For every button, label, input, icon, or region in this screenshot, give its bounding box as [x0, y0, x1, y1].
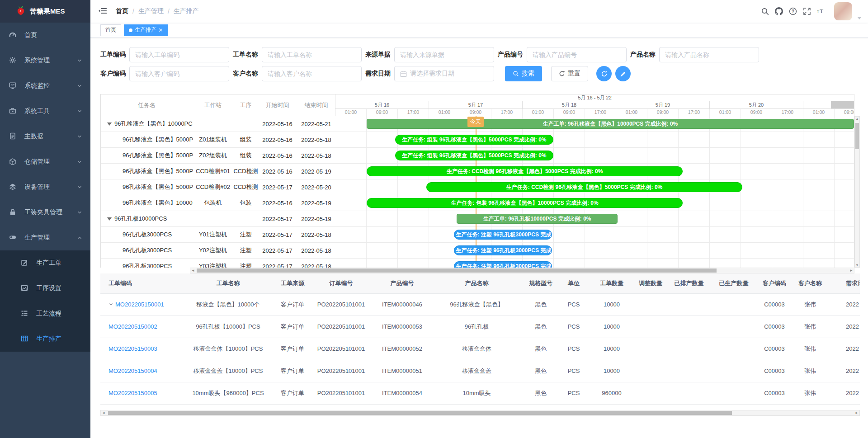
sidebar-subitem-0[interactable]: 生产工单 — [0, 250, 90, 276]
gantt-vertical-scrollbar[interactable]: ▲ ▼ — [854, 116, 860, 268]
filter-input-3[interactable] — [527, 47, 627, 62]
task-station: Y03注塑机 — [193, 262, 233, 268]
filter-input-6[interactable] — [262, 66, 362, 81]
chevron-up-icon — [77, 235, 82, 240]
tab-1[interactable]: 生产排产 — [124, 24, 168, 36]
order-code-link[interactable]: MO202205150003 — [108, 345, 157, 352]
scroll-up-icon[interactable]: ▲ — [855, 117, 859, 120]
order-cell-item_no: ITEM00000052 — [374, 338, 430, 360]
sidebar-item-3[interactable]: 系统工具 — [0, 99, 90, 124]
sidebar-subitem-3[interactable]: 生产排产 — [0, 326, 90, 352]
sidebar-item-label: 系统工具 — [24, 107, 50, 115]
sidebar-item-8[interactable]: 生产管理 — [0, 225, 90, 250]
breadcrumb-item-1[interactable]: 生产管理 — [138, 7, 164, 15]
scroll-right-icon[interactable]: ► — [855, 410, 859, 416]
gantt-bar-project-6[interactable]: 生产工单: 96孔孔板10000PCS 完成比例: 0% — [457, 214, 618, 224]
font-size-icon[interactable]: TT — [816, 7, 826, 16]
tree-collapse-icon[interactable] — [107, 217, 112, 221]
gantt-task-row-2[interactable]: 96孔移液盒【黑色】5000PCSZ02组装机组装2022-05-162022-… — [101, 148, 335, 164]
sidebar-item-4[interactable]: 主数据 — [0, 124, 90, 149]
scrollbar-thumb[interactable] — [108, 411, 732, 415]
order-code-link[interactable]: MO202205150002 — [108, 323, 157, 330]
order-code-link[interactable]: MO202205150004 — [108, 367, 157, 374]
gantt-horizontal-scrollbar[interactable]: ◄ ► — [190, 268, 854, 273]
search-button[interactable]: 搜索 — [505, 66, 542, 81]
task-start: 2022-05-17 — [258, 184, 297, 191]
sidebar-item-7[interactable]: 工装夹具管理 — [0, 200, 90, 225]
gantt-hour-tick: 09:00 — [460, 109, 491, 116]
order-code-link[interactable]: MO202205150005 — [108, 390, 157, 396]
tab-0[interactable]: 首页 — [100, 24, 121, 36]
filter-input-2[interactable] — [394, 47, 494, 62]
gantt-bar-row-8: 生产任务: 注塑 96孔孔板3000PCS 完成比例: 0% — [335, 243, 854, 259]
gantt-bar-selected-9[interactable]: 生产任务: 注塑 96孔孔板3000PCS 完成比例: 0% — [454, 261, 552, 268]
gantt-task-row-3[interactable]: 96孔移液盒【黑色】5000PCSCCD检测#01CCD检测2022-05-16… — [101, 164, 335, 179]
gantt-task-row-1[interactable]: 96孔移液盒【黑色】5000PCSZ01组装机组装2022-05-162022-… — [101, 132, 335, 148]
order-cell-product: 96孔移液盒【黑色】 — [430, 293, 523, 316]
order-cell-source: 客户订单 — [277, 382, 308, 404]
scroll-left-icon[interactable]: ◄ — [191, 268, 195, 273]
refresh-button[interactable] — [596, 66, 612, 81]
task-station: Z01组装机 — [193, 136, 233, 144]
app-logo[interactable]: 苦糖果MES — [0, 0, 90, 23]
scroll-right-icon[interactable]: ► — [849, 268, 853, 273]
gantt-task-row-0[interactable]: 96孔移液盒【黑色】10000PCS2022-05-162022-05-21 — [101, 116, 335, 132]
document-icon — [9, 132, 17, 141]
close-icon[interactable] — [159, 28, 163, 33]
calendar-icon — [400, 71, 407, 77]
scroll-left-icon[interactable]: ◄ — [102, 410, 105, 416]
sidebar-item-2[interactable]: 系统监控 — [0, 73, 90, 99]
gantt-bar-row-3: 生产任务: CCD检测 96孔移液盒【黑色】5000PCS 完成比例: 0% — [335, 164, 854, 179]
gantt-bar-task-3[interactable]: 生产任务: CCD检测 96孔移液盒【黑色】5000PCS 完成比例: 0% — [367, 166, 683, 176]
caret-down-icon[interactable] — [857, 13, 862, 16]
table-horizontal-scrollbar[interactable]: ◄ ► — [100, 410, 860, 416]
order-col-header-6: 规格型号 — [523, 273, 558, 293]
scroll-down-icon[interactable]: ▼ — [855, 264, 859, 267]
toggle-icon — [9, 234, 17, 242]
reset-button[interactable]: 重置 — [551, 66, 588, 81]
filter-input-4[interactable] — [659, 47, 759, 62]
filter-input-5[interactable] — [129, 66, 229, 81]
search-icon[interactable] — [760, 7, 769, 16]
gantt-task-row-5[interactable]: 96孔移液盒【黑色】10000PCS包装机包装2022-05-162022-05… — [101, 195, 335, 211]
sidebar-item-1[interactable]: 系统管理 — [0, 48, 90, 73]
order-col-header-13: 客户名称 — [793, 273, 828, 293]
scrollbar-thumb[interactable] — [197, 268, 717, 273]
order-cell-cust_name: 张伟 — [793, 338, 828, 360]
help-icon[interactable]: ? — [788, 7, 797, 16]
gantt-bar-task-2[interactable]: 生产任务: 组装 96孔移液盒【黑色】5000PCS 完成比例: 0% — [395, 151, 553, 160]
chevron-down-icon[interactable] — [108, 301, 113, 306]
demand-date-picker[interactable]: 请选择需求日期 — [394, 66, 494, 81]
sidebar-item-6[interactable]: 设备管理 — [0, 174, 90, 200]
avatar[interactable] — [834, 2, 852, 20]
gantt-bar-project-0[interactable]: 生产工单: 96孔移液盒【黑色】10000PCS 完成比例: 0% — [367, 119, 854, 129]
fullscreen-icon[interactable] — [802, 7, 811, 16]
gantt-bar-selected-7[interactable]: 生产任务: 注塑 96孔孔板3000PCS 完成比例: 0% — [454, 230, 552, 240]
breadcrumb-home[interactable]: 首页 — [116, 7, 128, 15]
sidebar-item-0[interactable]: 首页 — [0, 23, 90, 48]
task-process: 组装 — [233, 151, 258, 160]
sidebar-collapse-icon[interactable] — [99, 7, 108, 15]
gantt-bar-row-9: 生产任务: 注塑 96孔孔板3000PCS 完成比例: 0% — [335, 259, 854, 268]
edit-schedule-button[interactable] — [615, 66, 631, 81]
sidebar-subitem-1[interactable]: 工序设置 — [0, 276, 90, 301]
gantt-task-row-6[interactable]: 96孔孔板10000PCS2022-05-172022-05-19 — [101, 211, 335, 227]
sidebar-item-5[interactable]: 仓储管理 — [0, 149, 90, 174]
task-station: CCD检测#02 — [193, 183, 233, 191]
sidebar-subitem-2[interactable]: 工艺流程 — [0, 301, 90, 326]
filter-input-1[interactable] — [262, 47, 362, 62]
gantt-task-row-4[interactable]: 96孔移液盒【黑色】5000PCSCCD检测#02CCD检测2022-05-17… — [101, 179, 335, 195]
gantt-task-row-9[interactable]: 96孔孔板3000PCSY03注塑机注塑2022-05-172022-05-18 — [101, 259, 335, 268]
gantt-bar-task-1[interactable]: 生产任务: 组装 96孔移液盒【黑色】5000PCS 完成比例: 0% — [395, 135, 553, 145]
gantt-bar-task-5[interactable]: 生产任务: 包装 96孔移液盒【黑色】10000PCS 完成比例: 0% — [367, 198, 683, 208]
tree-collapse-icon[interactable] — [107, 122, 112, 126]
filter-input-0[interactable] — [129, 47, 229, 62]
gantt-bar-selected-8[interactable]: 生产任务: 注塑 96孔孔板3000PCS 完成比例: 0% — [454, 245, 552, 255]
gantt-bar-task-4[interactable]: 生产任务: CCD检测 96孔移液盒【黑色】5000PCS 完成比例: 0% — [426, 182, 743, 192]
order-code-link[interactable]: MO202205150001 — [115, 301, 164, 308]
gantt-task-row-8[interactable]: 96孔孔板3000PCSY02注塑机注塑2022-05-172022-05-18 — [101, 243, 335, 259]
github-icon[interactable] — [774, 7, 783, 16]
gantt-task-row-7[interactable]: 96孔孔板3000PCSY01注塑机注塑2022-05-172022-05-18 — [101, 227, 335, 243]
gantt-col-header-4: 结束时间 — [297, 101, 336, 109]
scrollbar-thumb[interactable] — [855, 123, 859, 149]
